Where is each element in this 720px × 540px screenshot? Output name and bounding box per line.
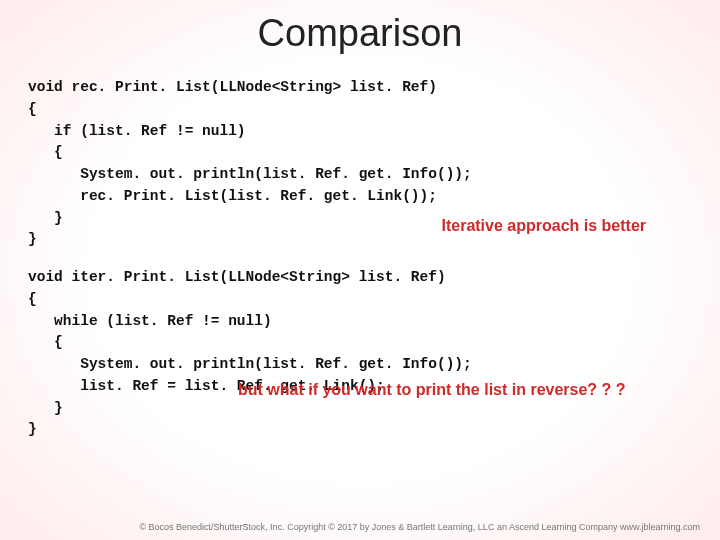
- iterative-code-block: void iter. Print. List(LLNode<String> li…: [28, 267, 692, 441]
- code-line: }: [28, 400, 63, 416]
- code-line: if (list. Ref != null): [28, 123, 246, 139]
- code-line: {: [28, 291, 37, 307]
- callout-reverse-question: but what if you want to print the list i…: [238, 381, 626, 399]
- code-line: }: [28, 421, 37, 437]
- code-line: {: [28, 144, 63, 160]
- code-line: void iter. Print. List(LLNode<String> li…: [28, 269, 446, 285]
- slide-title: Comparison: [28, 12, 692, 55]
- code-line: rec. Print. List(list. Ref. get. Link())…: [28, 188, 437, 204]
- content-area: void rec. Print. List(LLNode<String> lis…: [28, 77, 692, 441]
- code-line: System. out. println(list. Ref. get. Inf…: [28, 166, 472, 182]
- callout-iterative-better: Iterative approach is better: [441, 217, 646, 235]
- copyright-footer: © Bocos Benedict/ShutterStock, Inc. Copy…: [139, 522, 700, 532]
- code-line: System. out. println(list. Ref. get. Inf…: [28, 356, 472, 372]
- code-line: {: [28, 334, 63, 350]
- code-line: {: [28, 101, 37, 117]
- code-line: }: [28, 231, 37, 247]
- code-line: void rec. Print. List(LLNode<String> lis…: [28, 79, 437, 95]
- spacer: [28, 251, 692, 267]
- slide: Comparison void rec. Print. List(LLNode<…: [0, 0, 720, 540]
- code-line: while (list. Ref != null): [28, 313, 272, 329]
- code-line: }: [28, 210, 63, 226]
